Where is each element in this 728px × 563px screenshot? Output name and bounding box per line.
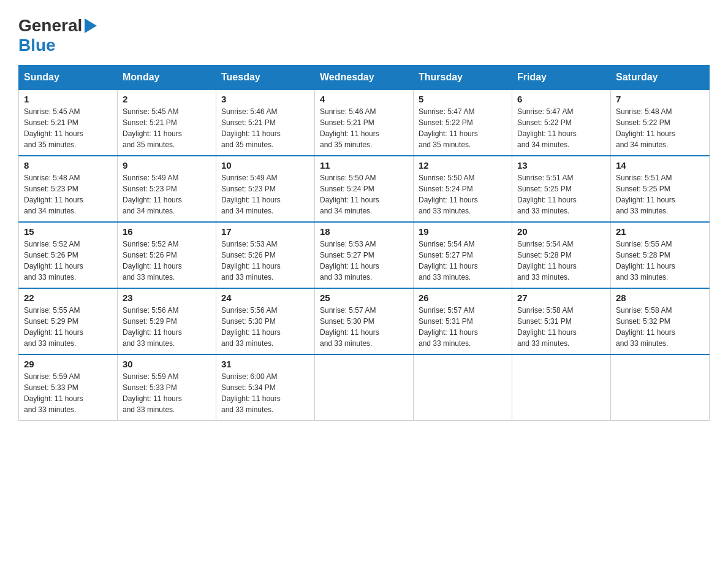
logo-general-text: General <box>18 16 82 36</box>
calendar-cell: 4 Sunrise: 5:46 AM Sunset: 5:21 PM Dayli… <box>315 90 414 156</box>
day-info: Sunrise: 5:48 AM Sunset: 5:22 PM Dayligh… <box>616 106 704 150</box>
day-number: 27 <box>517 293 605 303</box>
column-header-saturday: Saturday <box>611 66 710 90</box>
day-number: 28 <box>616 293 704 303</box>
day-number: 4 <box>320 94 408 104</box>
day-number: 17 <box>221 226 309 237</box>
calendar-table: SundayMondayTuesdayWednesdayThursdayFrid… <box>18 65 710 421</box>
day-number: 16 <box>123 226 211 237</box>
calendar-cell: 21 Sunrise: 5:55 AM Sunset: 5:28 PM Dayl… <box>611 222 710 288</box>
week-row-4: 22 Sunrise: 5:55 AM Sunset: 5:29 PM Dayl… <box>19 288 710 354</box>
calendar-cell: 6 Sunrise: 5:47 AM Sunset: 5:22 PM Dayli… <box>512 90 611 156</box>
day-info: Sunrise: 5:51 AM Sunset: 5:25 PM Dayligh… <box>616 172 704 216</box>
week-row-1: 1 Sunrise: 5:45 AM Sunset: 5:21 PM Dayli… <box>19 90 710 156</box>
day-info: Sunrise: 5:58 AM Sunset: 5:31 PM Dayligh… <box>517 305 605 349</box>
day-number: 20 <box>517 226 605 237</box>
calendar-cell: 17 Sunrise: 5:53 AM Sunset: 5:26 PM Dayl… <box>216 222 315 288</box>
calendar-cell: 24 Sunrise: 5:56 AM Sunset: 5:30 PM Dayl… <box>216 288 315 354</box>
calendar-cell: 25 Sunrise: 5:57 AM Sunset: 5:30 PM Dayl… <box>315 288 414 354</box>
day-number: 3 <box>221 94 309 104</box>
column-header-friday: Friday <box>512 66 611 90</box>
logo-triangle-icon <box>85 18 97 33</box>
calendar-cell: 28 Sunrise: 5:58 AM Sunset: 5:32 PM Dayl… <box>611 288 710 354</box>
day-info: Sunrise: 5:59 AM Sunset: 5:33 PM Dayligh… <box>123 371 211 415</box>
day-info: Sunrise: 5:56 AM Sunset: 5:30 PM Dayligh… <box>221 305 309 349</box>
day-info: Sunrise: 5:50 AM Sunset: 5:24 PM Dayligh… <box>419 172 507 216</box>
calendar-cell: 8 Sunrise: 5:48 AM Sunset: 5:23 PM Dayli… <box>19 156 118 222</box>
column-header-wednesday: Wednesday <box>315 66 414 90</box>
day-info: Sunrise: 6:00 AM Sunset: 5:34 PM Dayligh… <box>221 371 309 415</box>
day-info: Sunrise: 5:52 AM Sunset: 5:26 PM Dayligh… <box>24 239 112 283</box>
calendar-cell <box>315 354 414 421</box>
day-info: Sunrise: 5:54 AM Sunset: 5:28 PM Dayligh… <box>517 239 605 283</box>
day-info: Sunrise: 5:52 AM Sunset: 5:26 PM Dayligh… <box>123 239 211 283</box>
day-number: 5 <box>419 94 507 104</box>
day-info: Sunrise: 5:57 AM Sunset: 5:31 PM Dayligh… <box>419 305 507 349</box>
day-number: 6 <box>517 94 605 104</box>
calendar-cell: 26 Sunrise: 5:57 AM Sunset: 5:31 PM Dayl… <box>414 288 512 354</box>
day-info: Sunrise: 5:49 AM Sunset: 5:23 PM Dayligh… <box>221 172 309 216</box>
day-number: 14 <box>616 160 704 170</box>
week-row-2: 8 Sunrise: 5:48 AM Sunset: 5:23 PM Dayli… <box>19 156 710 222</box>
day-number: 7 <box>616 94 704 104</box>
calendar-cell: 10 Sunrise: 5:49 AM Sunset: 5:23 PM Dayl… <box>216 156 315 222</box>
day-info: Sunrise: 5:59 AM Sunset: 5:33 PM Dayligh… <box>24 371 112 415</box>
calendar-cell: 12 Sunrise: 5:50 AM Sunset: 5:24 PM Dayl… <box>414 156 512 222</box>
page-header: General Blue <box>18 12 710 55</box>
calendar-cell: 30 Sunrise: 5:59 AM Sunset: 5:33 PM Dayl… <box>118 354 216 421</box>
day-info: Sunrise: 5:50 AM Sunset: 5:24 PM Dayligh… <box>320 172 408 216</box>
calendar-cell: 16 Sunrise: 5:52 AM Sunset: 5:26 PM Dayl… <box>118 222 216 288</box>
day-number: 30 <box>123 359 211 369</box>
day-number: 8 <box>24 160 112 170</box>
day-info: Sunrise: 5:46 AM Sunset: 5:21 PM Dayligh… <box>221 106 309 150</box>
day-number: 1 <box>24 94 112 104</box>
calendar-header-row: SundayMondayTuesdayWednesdayThursdayFrid… <box>19 66 710 90</box>
day-number: 15 <box>24 226 112 237</box>
day-info: Sunrise: 5:54 AM Sunset: 5:27 PM Dayligh… <box>419 239 507 283</box>
day-number: 24 <box>221 293 309 303</box>
day-number: 26 <box>419 293 507 303</box>
day-number: 23 <box>123 293 211 303</box>
calendar-cell <box>512 354 611 421</box>
day-number: 22 <box>24 293 112 303</box>
calendar-cell <box>611 354 710 421</box>
day-number: 31 <box>221 359 309 369</box>
day-info: Sunrise: 5:49 AM Sunset: 5:23 PM Dayligh… <box>123 172 211 216</box>
day-info: Sunrise: 5:47 AM Sunset: 5:22 PM Dayligh… <box>419 106 507 150</box>
week-row-3: 15 Sunrise: 5:52 AM Sunset: 5:26 PM Dayl… <box>19 222 710 288</box>
calendar-cell: 22 Sunrise: 5:55 AM Sunset: 5:29 PM Dayl… <box>19 288 118 354</box>
week-row-5: 29 Sunrise: 5:59 AM Sunset: 5:33 PM Dayl… <box>19 354 710 421</box>
day-info: Sunrise: 5:45 AM Sunset: 5:21 PM Dayligh… <box>24 106 112 150</box>
calendar-cell: 20 Sunrise: 5:54 AM Sunset: 5:28 PM Dayl… <box>512 222 611 288</box>
day-number: 11 <box>320 160 408 170</box>
calendar-cell: 23 Sunrise: 5:56 AM Sunset: 5:29 PM Dayl… <box>118 288 216 354</box>
day-number: 19 <box>419 226 507 237</box>
column-header-thursday: Thursday <box>414 66 512 90</box>
day-number: 9 <box>123 160 211 170</box>
day-number: 29 <box>24 359 112 369</box>
calendar-cell: 1 Sunrise: 5:45 AM Sunset: 5:21 PM Dayli… <box>19 90 118 156</box>
calendar-cell: 18 Sunrise: 5:53 AM Sunset: 5:27 PM Dayl… <box>315 222 414 288</box>
day-info: Sunrise: 5:55 AM Sunset: 5:29 PM Dayligh… <box>24 305 112 349</box>
day-number: 25 <box>320 293 408 303</box>
calendar-cell <box>414 354 512 421</box>
logo: General Blue <box>18 12 99 55</box>
day-number: 13 <box>517 160 605 170</box>
calendar-cell: 2 Sunrise: 5:45 AM Sunset: 5:21 PM Dayli… <box>118 90 216 156</box>
day-info: Sunrise: 5:57 AM Sunset: 5:30 PM Dayligh… <box>320 305 408 349</box>
day-number: 21 <box>616 226 704 237</box>
calendar-cell: 27 Sunrise: 5:58 AM Sunset: 5:31 PM Dayl… <box>512 288 611 354</box>
day-number: 10 <box>221 160 309 170</box>
calendar-cell: 29 Sunrise: 5:59 AM Sunset: 5:33 PM Dayl… <box>19 354 118 421</box>
column-header-sunday: Sunday <box>19 66 118 90</box>
calendar-cell: 9 Sunrise: 5:49 AM Sunset: 5:23 PM Dayli… <box>118 156 216 222</box>
calendar-cell: 19 Sunrise: 5:54 AM Sunset: 5:27 PM Dayl… <box>414 222 512 288</box>
column-header-monday: Monday <box>118 66 216 90</box>
day-info: Sunrise: 5:46 AM Sunset: 5:21 PM Dayligh… <box>320 106 408 150</box>
day-info: Sunrise: 5:56 AM Sunset: 5:29 PM Dayligh… <box>123 305 211 349</box>
day-number: 18 <box>320 226 408 237</box>
calendar-cell: 15 Sunrise: 5:52 AM Sunset: 5:26 PM Dayl… <box>19 222 118 288</box>
calendar-cell: 13 Sunrise: 5:51 AM Sunset: 5:25 PM Dayl… <box>512 156 611 222</box>
day-info: Sunrise: 5:53 AM Sunset: 5:26 PM Dayligh… <box>221 239 309 283</box>
calendar-cell: 5 Sunrise: 5:47 AM Sunset: 5:22 PM Dayli… <box>414 90 512 156</box>
